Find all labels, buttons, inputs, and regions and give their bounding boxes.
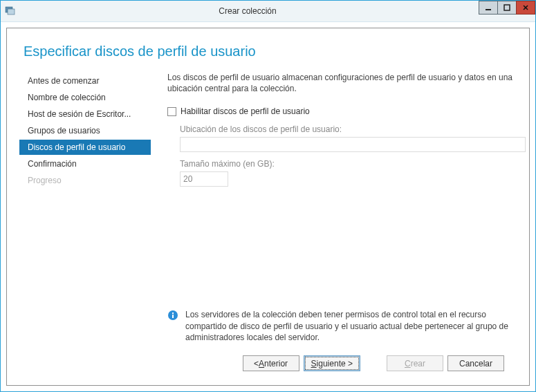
wizard-panel: Especificar discos de perfil de usuario … xyxy=(6,28,530,386)
info-row: Los servidores de la colección deben ten… xyxy=(167,309,526,343)
enable-checkbox[interactable] xyxy=(167,107,176,116)
svg-rect-2 xyxy=(486,9,491,10)
previous-button[interactable]: < Anterior xyxy=(243,355,299,371)
titlebar: Crear colección xyxy=(1,1,535,22)
close-button[interactable] xyxy=(516,1,535,15)
description-text: Los discos de perfil de usuario almacena… xyxy=(167,72,526,94)
wizard-body: Antes de comenzar Nombre de colección Ho… xyxy=(19,72,517,348)
svg-rect-8 xyxy=(172,312,174,314)
cancel-button[interactable]: Cancelar xyxy=(447,355,504,371)
enable-checkbox-row[interactable]: Habilitar discos de perfil de usuario xyxy=(167,106,526,116)
enable-checkbox-label: Habilitar discos de perfil de usuario xyxy=(181,106,310,116)
location-label: Ubicación de los discos de perfil de usu… xyxy=(180,124,526,134)
maxsize-label: Tamaño máximo (en GB): xyxy=(180,159,526,169)
content-area: Los discos de perfil de usuario almacena… xyxy=(151,72,531,348)
location-input[interactable] xyxy=(180,137,526,152)
footer: < Anterior Siguiente > Crear Cancelar xyxy=(19,348,517,377)
svg-rect-1 xyxy=(8,9,15,15)
info-text: Los servidores de la colección deben ten… xyxy=(185,309,526,343)
step-discos-de-perfil[interactable]: Discos de perfil de usuario xyxy=(19,140,151,155)
app-icon xyxy=(5,6,16,17)
steps-sidebar: Antes de comenzar Nombre de colección Ho… xyxy=(19,72,151,348)
svg-rect-3 xyxy=(504,5,510,10)
step-grupos-de-usuarios[interactable]: Grupos de usuarios xyxy=(19,123,151,138)
window-buttons xyxy=(479,1,535,15)
info-icon xyxy=(167,310,178,321)
page-heading: Especificar discos de perfil de usuario xyxy=(24,44,517,59)
maximize-button[interactable] xyxy=(497,1,517,15)
step-antes-de-comenzar[interactable]: Antes de comenzar xyxy=(19,73,151,88)
minimize-button[interactable] xyxy=(479,1,498,15)
create-button: Crear xyxy=(387,355,443,371)
step-progreso: Progreso xyxy=(19,173,151,188)
next-button[interactable]: Siguiente > xyxy=(304,355,360,371)
step-confirmacion[interactable]: Confirmación xyxy=(19,156,151,171)
window-title: Crear colección xyxy=(16,6,479,16)
svg-rect-7 xyxy=(172,315,174,318)
step-host-de-sesion[interactable]: Host de sesión de Escritor... xyxy=(19,106,151,122)
step-nombre-de-coleccion[interactable]: Nombre de colección xyxy=(19,90,151,105)
maxsize-input[interactable] xyxy=(180,171,228,187)
wizard-window: Crear colección Especificar discos de pe… xyxy=(0,0,536,392)
